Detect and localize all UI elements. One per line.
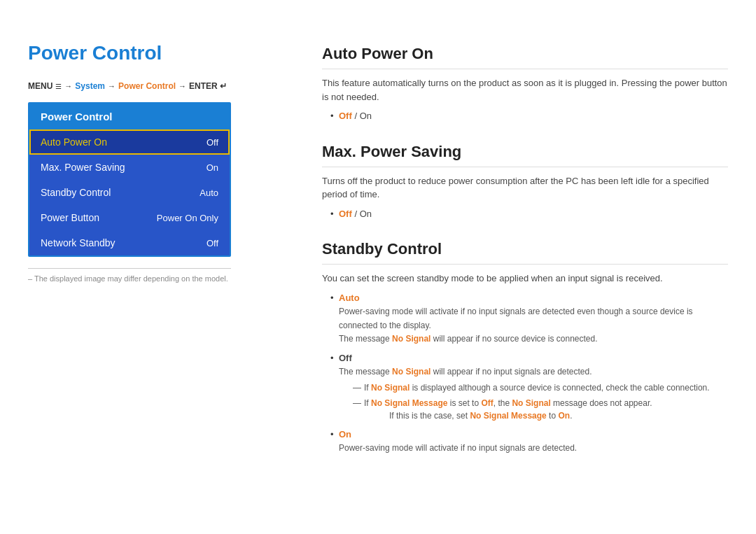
menu-item-value: Off xyxy=(206,137,218,148)
section-desc-max-power-saving: Turns off the product to reduce power co… xyxy=(322,174,728,202)
menu-box: Power Control Auto Power On Off Max. Pow… xyxy=(28,102,231,257)
menu-item-value: Off xyxy=(206,238,218,248)
section-max-power-saving: Max. Power Saving Turns off the product … xyxy=(322,143,728,221)
highlight-off: Off xyxy=(339,209,352,219)
menu-item-label: Standby Control xyxy=(41,187,111,198)
subnote-1: If No Signal is displayed although a sou… xyxy=(353,381,728,394)
breadcrumb-enter: ENTER ↵ xyxy=(189,81,227,91)
bullet-list-max-power-saving: Off / On xyxy=(322,207,728,221)
breadcrumb-arrow1: → xyxy=(64,82,72,90)
no-signal-label: No Signal xyxy=(392,334,430,344)
on-highlight: On xyxy=(558,411,570,421)
highlight-off: Off xyxy=(339,111,352,121)
breadcrumb: MENU ☰ → System → Power Control → ENTER … xyxy=(28,81,280,91)
list-item-off: Off The message No Signal will appear if… xyxy=(330,351,728,422)
list-item-auto: Auto Power-saving mode will activate if … xyxy=(330,291,728,346)
breadcrumb-power-control: Power Control xyxy=(118,81,176,91)
breadcrumb-arrow2: → xyxy=(108,82,115,90)
menu-header: Power Control xyxy=(29,104,230,129)
divider xyxy=(28,268,231,269)
menu-item-standby-control[interactable]: Standby Control Auto xyxy=(29,180,230,205)
subnote-2: If No Signal Message is set to Off, the … xyxy=(353,397,728,422)
footnote: – The displayed image may differ dependi… xyxy=(28,274,280,283)
menu-item-label: Network Standby xyxy=(41,237,115,248)
page-title: Power Control xyxy=(28,42,280,64)
no-signal-msg-highlight: No Signal Message xyxy=(371,398,447,408)
breadcrumb-menu-icon: ☰ xyxy=(55,83,62,90)
menu-item-value: On xyxy=(206,162,218,173)
no-signal-msg-highlight2: No Signal Message xyxy=(470,411,546,421)
right-panel: Auto Power On This feature automatically… xyxy=(322,42,728,475)
section-title-max-power-saving: Max. Power Saving xyxy=(322,143,728,167)
menu-item-label: Max. Power Saving xyxy=(41,162,125,173)
auto-body: Power-saving mode will activate if no in… xyxy=(339,307,693,344)
menu-item-auto-power-on[interactable]: Auto Power On Off xyxy=(29,129,230,155)
highlight-auto: Auto xyxy=(339,293,360,303)
no-signal-label2: No Signal xyxy=(392,367,430,377)
menu-item-label: Auto Power On xyxy=(41,136,107,148)
list-item-on: On Power-saving mode will activate if no… xyxy=(330,428,728,455)
nested-note: If this is the case, set No Signal Messa… xyxy=(378,411,572,421)
menu-item-value: Auto xyxy=(200,188,218,198)
bullet-list-auto-power-on: Off / On xyxy=(322,109,728,123)
separator: / On xyxy=(354,209,372,219)
menu-item-power-button[interactable]: Power Button Power On Only xyxy=(29,205,230,230)
menu-item-value: Power On Only xyxy=(157,213,218,223)
list-item: Off / On xyxy=(330,109,728,123)
on-body: Power-saving mode will activate if no in… xyxy=(339,443,577,453)
section-desc-standby-control: You can set the screen standby mode to b… xyxy=(322,272,728,286)
bullet-list-standby-control: Auto Power-saving mode will activate if … xyxy=(322,291,728,455)
menu-item-max-power-saving[interactable]: Max. Power Saving On xyxy=(29,155,230,180)
off-label: Off xyxy=(339,353,352,363)
section-standby-control: Standby Control You can set the screen s… xyxy=(322,240,728,455)
menu-item-label: Power Button xyxy=(41,212,99,223)
section-title-auto-power-on: Auto Power On xyxy=(322,45,728,69)
section-desc-auto-power-on: This feature automatically turns on the … xyxy=(322,76,728,104)
no-signal-highlight2: No Signal xyxy=(512,398,550,408)
menu-item-network-standby[interactable]: Network Standby Off xyxy=(29,230,230,255)
on-label: On xyxy=(339,429,351,440)
breadcrumb-menu: MENU xyxy=(28,81,52,91)
list-item: Off / On xyxy=(330,207,728,221)
no-signal-highlight: No Signal xyxy=(371,383,410,393)
breadcrumb-system: System xyxy=(75,81,105,91)
left-panel: Power Control MENU ☰ → System → Power Co… xyxy=(28,42,280,475)
section-auto-power-on: Auto Power On This feature automatically… xyxy=(322,45,728,123)
section-title-standby-control: Standby Control xyxy=(322,240,728,265)
off-highlight: Off xyxy=(481,398,493,408)
breadcrumb-arrow3: → xyxy=(178,82,186,90)
off-body: The message No Signal will appear if no … xyxy=(339,367,592,377)
separator: / On xyxy=(354,111,372,121)
